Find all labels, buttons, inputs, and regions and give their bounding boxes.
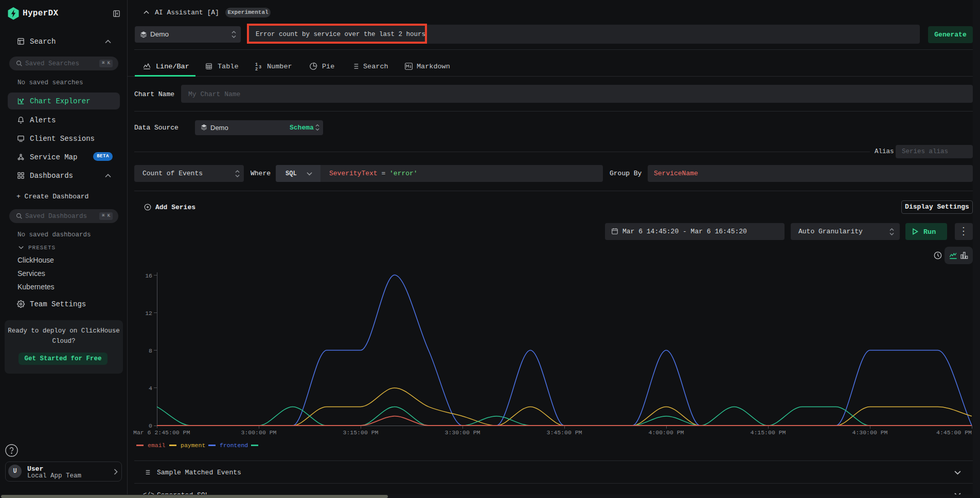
svg-text:4: 4 <box>149 385 152 392</box>
svg-text:4:30:00 PM: 4:30:00 PM <box>852 429 887 436</box>
svg-text:8: 8 <box>149 347 152 354</box>
svg-text:12: 12 <box>145 310 152 317</box>
svg-text:3:45:00 PM: 3:45:00 PM <box>546 429 582 436</box>
svg-text:16: 16 <box>145 272 152 279</box>
svg-text:Mar 6 2:45:00 PM: Mar 6 2:45:00 PM <box>133 429 190 436</box>
svg-text:4:15:00 PM: 4:15:00 PM <box>750 429 786 436</box>
svg-text:3:00:00 PM: 3:00:00 PM <box>241 429 276 436</box>
svg-text:4:45:00 PM: 4:45:00 PM <box>936 429 972 436</box>
svg-text:4:00:00 PM: 4:00:00 PM <box>648 429 684 436</box>
svg-text:3:15:00 PM: 3:15:00 PM <box>343 429 378 436</box>
svg-text:0: 0 <box>149 422 152 429</box>
svg-text:3:30:00 PM: 3:30:00 PM <box>444 429 480 436</box>
